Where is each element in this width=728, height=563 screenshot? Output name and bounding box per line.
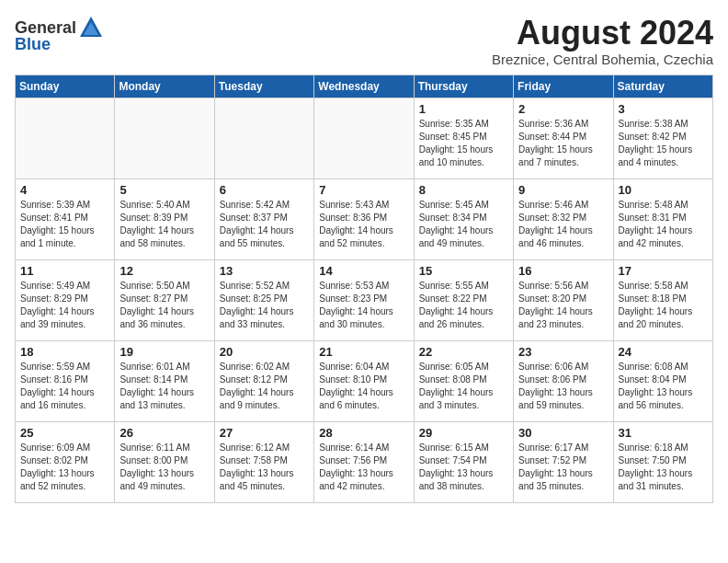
calendar-cell: 31Sunrise: 6:18 AM Sunset: 7:50 PM Dayli… — [613, 421, 712, 502]
day-number: 22 — [419, 345, 508, 359]
week-row-2: 4Sunrise: 5:39 AM Sunset: 8:41 PM Daylig… — [16, 178, 713, 259]
calendar-cell — [314, 98, 414, 178]
calendar-cell: 26Sunrise: 6:11 AM Sunset: 8:00 PM Dayli… — [115, 421, 214, 502]
cell-info: Sunrise: 5:38 AM Sunset: 8:42 PM Dayligh… — [619, 118, 708, 169]
location: Breznice, Central Bohemia, Czechia — [492, 52, 713, 67]
cell-info: Sunrise: 6:17 AM Sunset: 7:52 PM Dayligh… — [518, 442, 608, 493]
calendar-cell: 14Sunrise: 5:53 AM Sunset: 8:23 PM Dayli… — [314, 259, 414, 340]
calendar-cell: 30Sunrise: 6:17 AM Sunset: 7:52 PM Dayli… — [514, 421, 613, 502]
cell-info: Sunrise: 6:14 AM Sunset: 7:56 PM Dayligh… — [319, 442, 408, 493]
week-row-5: 25Sunrise: 6:09 AM Sunset: 8:02 PM Dayli… — [16, 421, 713, 502]
logo: General Blue — [15, 15, 104, 54]
day-header-saturday: Saturday — [613, 75, 712, 98]
day-number: 25 — [20, 426, 109, 440]
day-number: 23 — [518, 345, 608, 359]
day-number: 15 — [419, 264, 508, 278]
calendar-cell: 17Sunrise: 5:58 AM Sunset: 8:18 PM Dayli… — [613, 259, 712, 340]
day-number: 31 — [619, 426, 708, 440]
cell-info: Sunrise: 6:02 AM Sunset: 8:12 PM Dayligh… — [220, 361, 309, 412]
cell-info: Sunrise: 5:36 AM Sunset: 8:44 PM Dayligh… — [518, 118, 608, 169]
cell-info: Sunrise: 5:56 AM Sunset: 8:20 PM Dayligh… — [518, 280, 608, 331]
calendar-cell — [115, 98, 214, 178]
cell-info: Sunrise: 5:53 AM Sunset: 8:23 PM Dayligh… — [319, 280, 408, 331]
day-number: 28 — [319, 426, 408, 440]
calendar-cell: 25Sunrise: 6:09 AM Sunset: 8:02 PM Dayli… — [16, 421, 115, 502]
cell-info: Sunrise: 5:42 AM Sunset: 8:37 PM Dayligh… — [220, 199, 309, 250]
month-year: August 2024 — [492, 15, 713, 52]
calendar-cell: 5Sunrise: 5:40 AM Sunset: 8:39 PM Daylig… — [115, 178, 214, 259]
day-number: 9 — [518, 183, 608, 197]
calendar-cell: 11Sunrise: 5:49 AM Sunset: 8:29 PM Dayli… — [16, 259, 115, 340]
calendar-cell: 12Sunrise: 5:50 AM Sunset: 8:27 PM Dayli… — [115, 259, 214, 340]
day-number: 27 — [220, 426, 309, 440]
day-header-tuesday: Tuesday — [214, 75, 313, 98]
cell-info: Sunrise: 6:12 AM Sunset: 7:58 PM Dayligh… — [220, 442, 309, 493]
day-number: 8 — [419, 183, 508, 197]
cell-info: Sunrise: 6:18 AM Sunset: 7:50 PM Dayligh… — [619, 442, 708, 493]
calendar-table: SundayMondayTuesdayWednesdayThursdayFrid… — [15, 75, 713, 503]
calendar-cell: 3Sunrise: 5:38 AM Sunset: 8:42 PM Daylig… — [613, 98, 712, 178]
calendar-cell: 22Sunrise: 6:05 AM Sunset: 8:08 PM Dayli… — [414, 340, 513, 421]
day-number: 24 — [619, 345, 708, 359]
calendar-cell: 4Sunrise: 5:39 AM Sunset: 8:41 PM Daylig… — [16, 178, 115, 259]
week-row-4: 18Sunrise: 5:59 AM Sunset: 8:16 PM Dayli… — [16, 340, 713, 421]
day-number: 5 — [119, 183, 209, 197]
cell-info: Sunrise: 5:40 AM Sunset: 8:39 PM Dayligh… — [119, 199, 209, 250]
day-number: 29 — [419, 426, 508, 440]
cell-info: Sunrise: 6:05 AM Sunset: 8:08 PM Dayligh… — [419, 361, 508, 412]
calendar-cell — [16, 98, 115, 178]
title-block: August 2024 Breznice, Central Bohemia, C… — [492, 15, 713, 67]
cell-info: Sunrise: 6:11 AM Sunset: 8:00 PM Dayligh… — [119, 442, 209, 493]
day-number: 26 — [119, 426, 209, 440]
calendar-cell: 15Sunrise: 5:55 AM Sunset: 8:22 PM Dayli… — [414, 259, 513, 340]
day-number: 2 — [518, 102, 608, 116]
day-number: 13 — [220, 264, 309, 278]
calendar-cell: 21Sunrise: 6:04 AM Sunset: 8:10 PM Dayli… — [314, 340, 414, 421]
day-number: 11 — [20, 264, 109, 278]
cell-info: Sunrise: 5:45 AM Sunset: 8:34 PM Dayligh… — [419, 199, 508, 250]
calendar-cell: 1Sunrise: 5:35 AM Sunset: 8:45 PM Daylig… — [414, 98, 513, 178]
cell-info: Sunrise: 6:15 AM Sunset: 7:54 PM Dayligh… — [419, 442, 508, 493]
calendar-cell: 10Sunrise: 5:48 AM Sunset: 8:31 PM Dayli… — [613, 178, 712, 259]
cell-info: Sunrise: 5:43 AM Sunset: 8:36 PM Dayligh… — [319, 199, 408, 250]
calendar-cell: 29Sunrise: 6:15 AM Sunset: 7:54 PM Dayli… — [414, 421, 513, 502]
day-number: 10 — [619, 183, 708, 197]
calendar-cell: 2Sunrise: 5:36 AM Sunset: 8:44 PM Daylig… — [514, 98, 613, 178]
day-number: 21 — [319, 345, 408, 359]
day-number: 12 — [119, 264, 209, 278]
calendar-cell: 9Sunrise: 5:46 AM Sunset: 8:32 PM Daylig… — [514, 178, 613, 259]
day-header-sunday: Sunday — [16, 75, 115, 98]
calendar-cell: 28Sunrise: 6:14 AM Sunset: 7:56 PM Dayli… — [314, 421, 414, 502]
cell-info: Sunrise: 5:52 AM Sunset: 8:25 PM Dayligh… — [220, 280, 309, 331]
page-header: General Blue August 2024 Breznice, Centr… — [15, 15, 713, 67]
cell-info: Sunrise: 6:04 AM Sunset: 8:10 PM Dayligh… — [319, 361, 408, 412]
cell-info: Sunrise: 5:46 AM Sunset: 8:32 PM Dayligh… — [518, 199, 608, 250]
days-header-row: SundayMondayTuesdayWednesdayThursdayFrid… — [16, 75, 713, 98]
calendar-cell: 23Sunrise: 6:06 AM Sunset: 8:06 PM Dayli… — [514, 340, 613, 421]
calendar-cell: 16Sunrise: 5:56 AM Sunset: 8:20 PM Dayli… — [514, 259, 613, 340]
day-header-friday: Friday — [514, 75, 613, 98]
day-number: 7 — [319, 183, 408, 197]
day-header-monday: Monday — [115, 75, 214, 98]
calendar-cell: 13Sunrise: 5:52 AM Sunset: 8:25 PM Dayli… — [214, 259, 313, 340]
day-number: 4 — [20, 183, 109, 197]
day-header-wednesday: Wednesday — [314, 75, 414, 98]
cell-info: Sunrise: 6:08 AM Sunset: 8:04 PM Dayligh… — [619, 361, 708, 412]
calendar-cell: 8Sunrise: 5:45 AM Sunset: 8:34 PM Daylig… — [414, 178, 513, 259]
logo-icon — [78, 15, 104, 40]
day-number: 3 — [619, 102, 708, 116]
cell-info: Sunrise: 6:01 AM Sunset: 8:14 PM Dayligh… — [119, 361, 209, 412]
cell-info: Sunrise: 5:49 AM Sunset: 8:29 PM Dayligh… — [20, 280, 109, 331]
day-number: 1 — [419, 102, 508, 116]
cell-info: Sunrise: 5:39 AM Sunset: 8:41 PM Dayligh… — [20, 199, 109, 250]
cell-info: Sunrise: 5:55 AM Sunset: 8:22 PM Dayligh… — [419, 280, 508, 331]
day-number: 14 — [319, 264, 408, 278]
calendar-cell: 18Sunrise: 5:59 AM Sunset: 8:16 PM Dayli… — [16, 340, 115, 421]
calendar-cell — [214, 98, 313, 178]
day-number: 18 — [20, 345, 109, 359]
day-number: 17 — [619, 264, 708, 278]
calendar-cell: 7Sunrise: 5:43 AM Sunset: 8:36 PM Daylig… — [314, 178, 414, 259]
week-row-1: 1Sunrise: 5:35 AM Sunset: 8:45 PM Daylig… — [16, 98, 713, 178]
calendar-cell: 20Sunrise: 6:02 AM Sunset: 8:12 PM Dayli… — [214, 340, 313, 421]
cell-info: Sunrise: 5:50 AM Sunset: 8:27 PM Dayligh… — [119, 280, 209, 331]
